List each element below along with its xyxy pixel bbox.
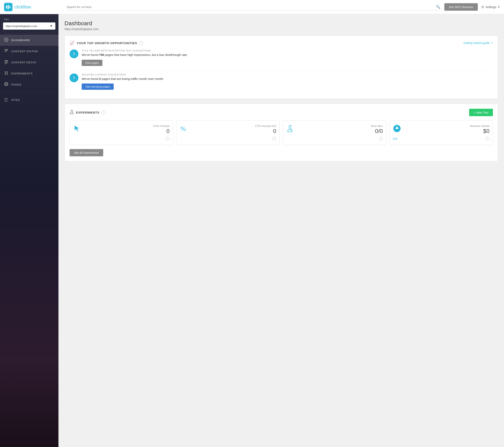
sidebar-item-sites[interactable]: SITES <box>0 94 58 106</box>
experiments-icon <box>4 71 8 76</box>
main-layout: Site https://explodingtopics.com ▼ DASHB… <box>0 14 504 447</box>
sidebar-item-content-editor[interactable]: CONTENT EDITOR <box>0 46 58 57</box>
svg-point-29 <box>5 101 5 102</box>
suggestion-divider <box>70 70 493 70</box>
sidebar-item-label-experiments: EXPERIMENTS <box>11 72 33 75</box>
svg-point-35 <box>72 112 72 113</box>
get-seo-services-button[interactable]: Get SEO Services <box>444 3 478 11</box>
logo-text: clickflow <box>15 4 31 10</box>
stat-value-click: 0 <box>153 128 170 134</box>
stat-help-icon-tests[interactable]: ? <box>379 137 383 141</box>
stat-footer-revenue: Edit ? <box>393 137 489 141</box>
svg-rect-1 <box>8 5 9 9</box>
experiments-card-title: EXPERIMENTS <box>76 111 99 114</box>
chart-icon: 📈 <box>70 40 75 45</box>
stat-top-revenue: Revenue Gained $0 <box>393 125 489 134</box>
suggestion-title-tag: i TITLE TAG AND META DESCRIPTION TEST SU… <box>70 49 493 66</box>
settings-label: Settings <box>486 5 496 9</box>
content-area: Dashboard https://explodingtopics.com 📈 … <box>58 14 504 447</box>
site-selector[interactable]: https://explodingtopics.com ▼ <box>3 22 55 30</box>
stat-label-tests: Tests Won <box>371 125 383 128</box>
growth-help-icon[interactable]: ? <box>139 41 143 45</box>
getting-started-label: Getting started guide <box>464 41 490 45</box>
svg-rect-11 <box>5 52 7 52</box>
svg-point-16 <box>5 72 6 73</box>
getting-started-link[interactable]: Getting started guide ↗ <box>464 41 493 45</box>
svg-rect-0 <box>6 6 7 8</box>
stat-help-icon-click[interactable]: ? <box>165 137 170 141</box>
stat-label-revenue: Revenue Gained <box>470 125 489 128</box>
experiments-title-row: EXPERIMENTS ? <box>70 110 106 115</box>
experiments-help-icon[interactable]: ? <box>101 111 106 114</box>
suggestion-label-2: DECAYING CONTENT SUGGESTIONS <box>82 74 164 76</box>
external-link-icon: ↗ <box>490 41 493 45</box>
stat-value-revenue: $0 <box>470 128 489 134</box>
site-label: Site <box>0 14 58 22</box>
stat-footer-tests: ? <box>286 137 383 141</box>
stat-footer-click: ? <box>73 137 170 141</box>
stat-label-value-revenue: Revenue Gained $0 <box>470 125 489 134</box>
revenue-edit-link[interactable]: Edit <box>393 137 397 140</box>
svg-point-34 <box>71 113 71 113</box>
editor-icon <box>4 49 8 54</box>
sidebar-lower-divider <box>3 92 55 93</box>
dropdown-arrow-icon: ▼ <box>50 24 53 28</box>
svg-point-27 <box>5 98 5 99</box>
sidebar-item-dashboard[interactable]: DASHBOARD <box>0 35 58 46</box>
svg-point-18 <box>5 74 6 74</box>
growth-opportunities-card: 📈 YOUR TOP GROWTH OPPORTUNITIES ? Gettin… <box>65 36 498 99</box>
stat-help-icon-revenue[interactable]: ? <box>486 137 489 141</box>
stat-help-icon-ctr[interactable]: ? <box>272 137 276 141</box>
compass-icon <box>4 37 8 43</box>
chevron-down-icon: ▼ <box>498 6 500 8</box>
search-icon[interactable]: 🔍 <box>436 5 440 9</box>
svg-point-28 <box>5 99 5 100</box>
svg-rect-12 <box>5 60 8 61</box>
stat-value-ctr: 0 <box>255 128 276 134</box>
search-input[interactable] <box>67 5 436 9</box>
pages-icon <box>4 82 8 87</box>
stat-card-revenue: Revenue Gained $0 Edit ? <box>390 120 493 145</box>
growth-card-title: YOUR TOP GROWTH OPPORTUNITIES <box>77 41 137 45</box>
suggestion-text-1: We've found 700 pages that have high imp… <box>82 53 188 57</box>
decay-icon <box>4 60 8 65</box>
stat-footer-ctr: ? <box>180 137 276 141</box>
svg-point-19 <box>7 74 8 74</box>
sidebar-item-label-dashboard: DASHBOARD <box>11 39 30 42</box>
sidebar-item-experiments[interactable]: EXPERIMENTS <box>0 68 58 79</box>
view-decaying-pages-button[interactable]: View decaying pages <box>82 84 114 90</box>
see-all-experiments-button[interactable]: See all experiments <box>70 149 103 156</box>
percent-icon: % <box>180 125 188 133</box>
suggestion-info-icon-2: i <box>70 74 78 82</box>
nav-divider <box>3 33 55 34</box>
new-test-button[interactable]: + New Test <box>469 109 493 116</box>
experiments-card: EXPERIMENTS ? + New Test <box>65 104 498 161</box>
view-pages-button[interactable]: View pages <box>82 60 102 66</box>
suggestion-content-2: DECAYING CONTENT SUGGESTIONS We've found… <box>82 74 164 90</box>
flask-stat-icon <box>286 125 294 133</box>
stat-top-tests: Tests Won 0/0 <box>286 125 383 134</box>
sidebar-item-label-content-editor: CONTENT EDITOR <box>11 50 38 53</box>
svg-rect-2 <box>9 6 10 8</box>
svg-rect-14 <box>5 62 8 63</box>
site-selector-url: https://explodingtopics.com <box>6 25 37 28</box>
experiments-card-header: EXPERIMENTS ? + New Test <box>70 109 493 116</box>
stat-top-click: Click Increase 0 <box>73 125 170 134</box>
growth-card-title-row: 📈 YOUR TOP GROWTH OPPORTUNITIES ? <box>70 40 143 45</box>
sidebar-item-label-pages: PAGES <box>11 83 21 86</box>
sidebar: Site https://explodingtopics.com ▼ DASHB… <box>0 14 58 447</box>
suggestion-text-2: We've found 2 pages that are losing traf… <box>82 77 164 81</box>
svg-rect-13 <box>5 61 8 62</box>
arrow-up-icon <box>393 125 401 133</box>
cursor-icon <box>73 125 81 133</box>
stat-top-ctr: % CTR Increase (%) 0 <box>180 125 276 134</box>
search-area: 🔍 <box>67 3 440 11</box>
settings-button[interactable]: ⚙ Settings ▼ <box>481 5 500 9</box>
sidebar-item-content-decay[interactable]: CONTENT DECAY <box>0 57 58 68</box>
sidebar-item-label-content-decay: CONTENT DECAY <box>11 61 37 64</box>
svg-text:%: % <box>180 125 186 132</box>
svg-point-4 <box>6 39 7 40</box>
stat-card-tests-won: Tests Won 0/0 ? <box>283 120 386 145</box>
header-actions: Get SEO Services ⚙ Settings ▼ <box>444 3 500 11</box>
sidebar-item-pages[interactable]: PAGES <box>0 79 58 90</box>
